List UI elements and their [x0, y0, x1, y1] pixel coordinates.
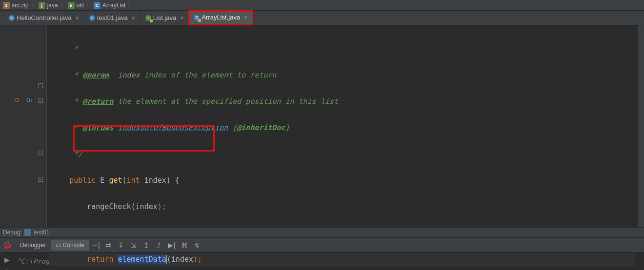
selected-text: elementData [118, 255, 166, 264]
tab-hellocontroller[interactable]: C HelloController.java × [4, 11, 84, 25]
javadoc-tag: @throws [82, 123, 113, 132]
breadcrumb-item[interactable]: j java 〉 [39, 1, 68, 9]
breadcrumb-label: ArrayList [102, 2, 125, 9]
class-icon: C [94, 2, 101, 9]
class-icon: C [194, 15, 200, 20]
chevron-right-icon: 〉 [127, 1, 133, 9]
rerun-button[interactable]: ▶ [4, 254, 10, 265]
close-icon[interactable]: × [132, 15, 135, 21]
chevron-right-icon: 〉 [60, 1, 66, 9]
archive-icon: z [3, 2, 10, 9]
close-icon[interactable]: × [244, 14, 247, 21]
breadcrumb-label: java [47, 2, 58, 9]
javadoc-text: * [52, 44, 78, 53]
class-icon: C [89, 15, 95, 21]
bug-icon[interactable]: 🐞 [3, 241, 12, 250]
tab-label: test01.java [97, 14, 128, 21]
fold-start-icon[interactable]: – [38, 177, 43, 182]
javadoc-link[interactable]: IndexOutOfBoundsException [118, 123, 228, 132]
breadcrumb-label: util [77, 2, 84, 9]
override-icon[interactable]: ↓O [13, 97, 19, 103]
breadcrumb-item[interactable]: z src.zip 〉 [3, 1, 39, 9]
debug-side-actions: ▶ ↑ [0, 252, 14, 270]
chevron-right-icon: 〉 [86, 1, 92, 9]
javadoc-tag: @param [82, 71, 109, 79]
package-icon: j [39, 2, 45, 9]
class-icon: C [9, 15, 15, 21]
tab-label: List.java [153, 14, 177, 21]
code-area[interactable]: * * @param index index of the element to… [47, 25, 635, 227]
editor-tab-bar: C HelloController.java × C test01.java ×… [0, 11, 644, 25]
interface-icon: I [145, 15, 151, 21]
breadcrumb-item[interactable]: u util 〉 [68, 1, 94, 9]
close-icon[interactable]: × [76, 15, 79, 21]
breadcrumb-label: src.zip [12, 2, 29, 9]
editor-scrollbar[interactable] [637, 25, 644, 227]
javadoc-tag: @return [82, 97, 113, 106]
fold-start-icon[interactable]: – [38, 98, 43, 103]
close-icon[interactable]: × [180, 15, 183, 21]
breadcrumb-bar: z src.zip 〉 j java 〉 u util 〉 C ArrayLis… [0, 0, 644, 11]
fold-end-icon[interactable]: – [38, 151, 43, 155]
chevron-right-icon: 〉 [31, 1, 37, 9]
package-icon: u [68, 2, 75, 9]
fold-end-icon[interactable]: – [38, 83, 43, 88]
tab-list[interactable]: I List.java × [141, 11, 189, 25]
javadoc-text: * [52, 71, 82, 79]
implements-icon[interactable]: O↓ [26, 97, 33, 103]
editor-gutter[interactable]: – ↓O O↓ – – – [0, 25, 47, 227]
debug-title: Debug: [3, 229, 22, 236]
tab-label: ArrayList.java [201, 14, 240, 21]
run-config-icon [24, 229, 31, 236]
javadoc-param: index [118, 71, 140, 79]
debug-run-config: test01 [34, 229, 50, 236]
breadcrumb-item[interactable]: C ArrayList 〉 [94, 1, 135, 9]
tab-test01[interactable]: C test01.java × [84, 11, 141, 25]
resume-button[interactable]: ↑ [5, 265, 9, 270]
tab-debugger[interactable]: Debugger [15, 240, 51, 251]
tab-label: HelloController.java [17, 14, 72, 21]
tab-arraylist[interactable]: C ArrayList.java × [189, 11, 253, 25]
code-editor[interactable]: – ↓O O↓ – – – * * @param index index of … [0, 25, 644, 227]
